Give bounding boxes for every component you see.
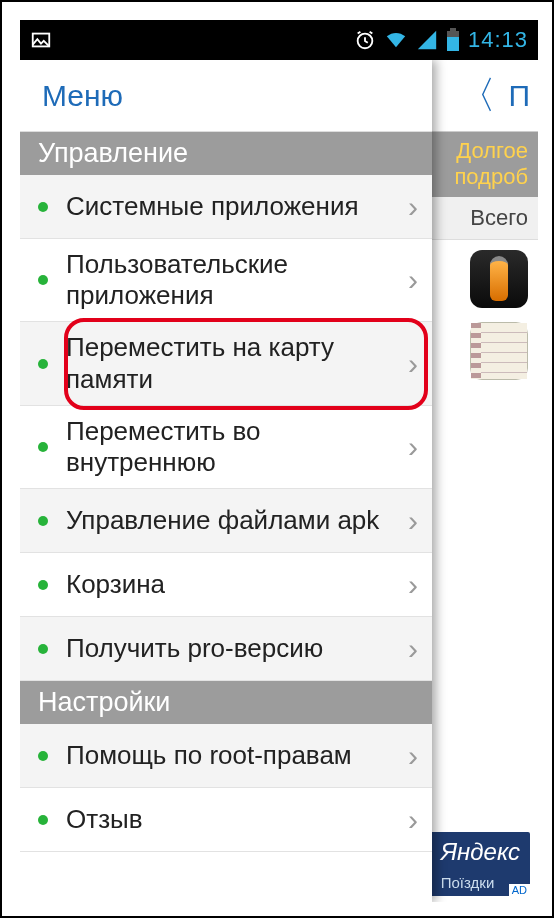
sidebar-item[interactable]: Корзина› bbox=[20, 553, 432, 617]
sidebar-item[interactable]: Получить pro-версию› bbox=[20, 617, 432, 681]
alarm-icon bbox=[354, 29, 376, 51]
sidebar-title: Меню bbox=[42, 79, 123, 113]
chevron-right-icon: › bbox=[408, 429, 418, 465]
sidebar-item[interactable]: Системные приложения› bbox=[20, 175, 432, 239]
sidebar-item[interactable]: Отзыв› bbox=[20, 788, 432, 852]
sidebar-item-label: Переместить на карту памяти bbox=[66, 332, 408, 394]
chevron-right-icon: › bbox=[408, 738, 418, 774]
sidebar-header: Меню bbox=[20, 60, 432, 132]
sidebar-item-label: Переместить во внутреннюю bbox=[66, 416, 408, 478]
back-chevron-icon[interactable]: 〈 bbox=[458, 70, 496, 121]
bullet-icon bbox=[38, 359, 48, 369]
ad-sub: Поїздки bbox=[441, 874, 495, 891]
picture-icon bbox=[30, 29, 52, 51]
bullet-icon bbox=[38, 516, 48, 526]
bullet-icon bbox=[38, 275, 48, 285]
sidebar-item[interactable]: Управление файлами apk› bbox=[20, 489, 432, 553]
chevron-right-icon: › bbox=[408, 346, 418, 382]
status-clock: 14:13 bbox=[468, 27, 528, 53]
bullet-icon bbox=[38, 442, 48, 452]
sidebar-item-label: Пользовательские приложения bbox=[66, 249, 408, 311]
svg-rect-3 bbox=[447, 37, 459, 51]
status-bar: 14:13 bbox=[20, 20, 538, 60]
sidebar-item[interactable]: Переместить во внутреннюю› bbox=[20, 406, 432, 489]
sidebar-item[interactable]: Пользовательские приложения› bbox=[20, 239, 432, 322]
signal-icon bbox=[416, 29, 438, 51]
notes-icon bbox=[470, 322, 528, 380]
sidebar-item-label: Корзина bbox=[66, 569, 408, 600]
bullet-icon bbox=[38, 202, 48, 212]
section-header: Настройки bbox=[20, 681, 432, 724]
chevron-right-icon: › bbox=[408, 802, 418, 838]
section-header: Управление bbox=[20, 132, 432, 175]
bullet-icon bbox=[38, 815, 48, 825]
sidebar-item-label: Отзыв bbox=[66, 804, 408, 835]
bullet-icon bbox=[38, 580, 48, 590]
bullet-icon bbox=[38, 644, 48, 654]
ad-tag: AD bbox=[509, 884, 530, 896]
sidebar-item-label: Получить pro-версию bbox=[66, 633, 408, 664]
sidebar-item-label: Помощь по root-правам bbox=[66, 740, 408, 771]
sidebar-item-label: Управление файлами apk bbox=[66, 505, 408, 536]
chevron-right-icon: › bbox=[408, 567, 418, 603]
wifi-icon bbox=[384, 29, 408, 51]
ad-banner[interactable]: × Яндекс Поїздки AD bbox=[423, 832, 530, 896]
sidebar-item-label: Системные приложения bbox=[66, 191, 408, 222]
back-title: П bbox=[508, 79, 530, 113]
sidebar-drawer: Меню УправлениеСистемные приложения›Поль… bbox=[20, 60, 432, 902]
chevron-right-icon: › bbox=[408, 503, 418, 539]
chevron-right-icon: › bbox=[408, 189, 418, 225]
sidebar-item[interactable]: Переместить на карту памяти› bbox=[20, 322, 432, 405]
chevron-right-icon: › bbox=[408, 262, 418, 298]
flashlight-icon bbox=[470, 250, 528, 308]
chevron-right-icon: › bbox=[408, 631, 418, 667]
sidebar-item[interactable]: Помощь по root-правам› bbox=[20, 724, 432, 788]
svg-rect-4 bbox=[450, 28, 456, 31]
bullet-icon bbox=[38, 751, 48, 761]
ad-brand: Яндекс bbox=[441, 838, 520, 865]
battery-icon bbox=[446, 28, 460, 52]
